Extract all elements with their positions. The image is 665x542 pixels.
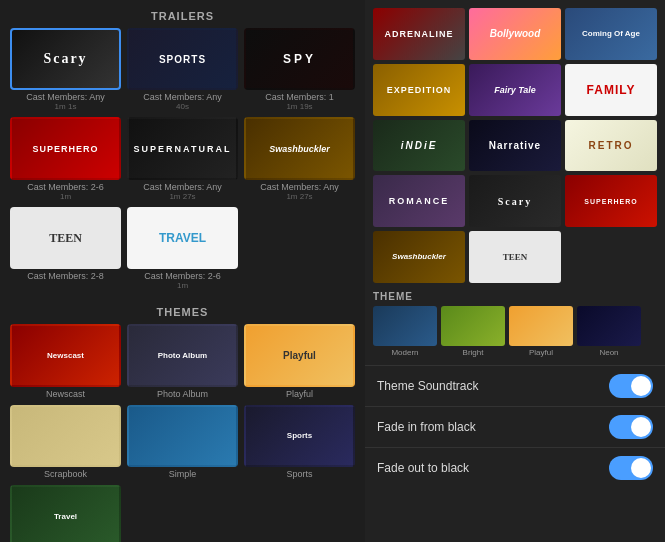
toggle-fadeout-switch[interactable] — [609, 456, 653, 480]
right-trailer-expedition-thumb: EXPEDITION — [373, 64, 465, 116]
trailer-supernatural-label: Cast Members: Any — [143, 182, 222, 192]
right-trailer-swashbuckler-thumb: Swashbuckler — [373, 231, 465, 283]
trailer-superhero-thumb: SUPERHERO — [10, 117, 121, 179]
toggle-fadein-row: Fade in from black — [365, 406, 665, 447]
theme-sports-label: Sports — [286, 469, 312, 479]
theme-newscast[interactable]: Newscast Newscast — [10, 324, 121, 398]
right-trailer-comingofage-thumb: Coming Of Age — [565, 8, 657, 60]
trailer-sports-sublabel: 40s — [176, 102, 189, 111]
trailer-superhero-sublabel: 1m — [60, 192, 71, 201]
theme-neon-thumb — [577, 306, 641, 346]
right-trailer-bollywood[interactable]: Bollywood — [469, 8, 561, 60]
right-trailer-fairytale[interactable]: Fairy Tale — [469, 64, 561, 116]
theme-simple-thumb — [127, 405, 238, 467]
theme-playful-right[interactable]: Playful — [509, 306, 573, 357]
theme-neon-label: Neon — [599, 348, 618, 357]
theme-modern-thumb — [373, 306, 437, 346]
trailer-sports-label: Cast Members: Any — [143, 92, 222, 102]
trailer-swashbuckler-thumb: Swashbuckler — [244, 117, 355, 179]
right-trailer-retro-thumb: RETRO — [565, 120, 657, 172]
theme-playful-label: Playful — [286, 389, 313, 399]
trailer-sports[interactable]: SPORTS Cast Members: Any 40s — [127, 28, 238, 111]
toggle-soundtrack-switch[interactable] — [609, 374, 653, 398]
toggle-fadeout-label: Fade out to black — [377, 461, 469, 475]
right-trailer-empty-thumb — [565, 231, 657, 283]
trailer-spy-sublabel: 1m 19s — [286, 102, 312, 111]
trailers-header: TRAILERS — [0, 0, 365, 28]
right-trailer-superhero[interactable]: SUPERHERO — [565, 175, 657, 227]
toggle-section: Theme Soundtrack Fade in from black Fade… — [365, 361, 665, 542]
theme-modern-label: Modern — [391, 348, 418, 357]
trailer-supernatural[interactable]: SUPERNATURAL Cast Members: Any 1m 27s — [127, 117, 238, 200]
theme-neon[interactable]: Neon — [577, 306, 641, 357]
right-trailer-family-thumb: FAMILY — [565, 64, 657, 116]
theme-travel[interactable]: Travel Travel — [10, 485, 121, 542]
right-trailer-expedition[interactable]: EXPEDITION — [373, 64, 465, 116]
theme-newscast-label: Newscast — [46, 389, 85, 399]
theme-photoalbum-thumb: Photo Album — [127, 324, 238, 386]
theme-scrapbook[interactable]: Scrapbook — [10, 405, 121, 479]
right-trailer-teen-thumb: TEEN — [469, 231, 561, 283]
theme-section-label: THEME — [365, 287, 665, 304]
trailer-travel-label: Cast Members: 2-6 — [144, 271, 221, 281]
trailer-teen-thumb: TEEN — [10, 207, 121, 269]
trailer-spy[interactable]: SPY Cast Members: 1 1m 19s — [244, 28, 355, 111]
theme-playful-right-thumb — [509, 306, 573, 346]
toggle-soundtrack-label: Theme Soundtrack — [377, 379, 478, 393]
trailer-sports-thumb: SPORTS — [127, 28, 238, 90]
right-trailer-retro[interactable]: RETRO — [565, 120, 657, 172]
theme-travel-thumb: Travel — [10, 485, 121, 542]
theme-simple-label: Simple — [169, 469, 197, 479]
right-trailer-superhero-thumb: SUPERHERO — [565, 175, 657, 227]
toggle-soundtrack-row: Theme Soundtrack — [365, 365, 665, 406]
right-trailer-adrenaline-thumb: ADRENALINE — [373, 8, 465, 60]
theme-sports[interactable]: Sports Sports — [244, 405, 355, 479]
right-trailer-family[interactable]: FAMILY — [565, 64, 657, 116]
theme-photoalbum[interactable]: Photo Album Photo Album — [127, 324, 238, 398]
toggle-fadein-label: Fade in from black — [377, 420, 476, 434]
trailer-scary-sublabel: 1m 1s — [55, 102, 77, 111]
right-trailer-scary-thumb: Scary — [469, 175, 561, 227]
right-trailer-bollywood-thumb: Bollywood — [469, 8, 561, 60]
theme-sports-thumb: Sports — [244, 405, 355, 467]
trailers-grid: Scary Cast Members: Any 1m 1s SPORTS Cas… — [0, 28, 365, 296]
theme-playful-thumb: Playful — [244, 324, 355, 386]
trailer-supernatural-sublabel: 1m 27s — [169, 192, 195, 201]
right-trailer-romance-thumb: ROMANCE — [373, 175, 465, 227]
theme-playful[interactable]: Playful Playful — [244, 324, 355, 398]
left-panel: TRAILERS Scary Cast Members: Any 1m 1s S… — [0, 0, 365, 542]
theme-scrapbook-thumb — [10, 405, 121, 467]
trailer-swashbuckler-sublabel: 1m 27s — [286, 192, 312, 201]
right-trailer-indie-thumb: iNDiE — [373, 120, 465, 172]
right-trailer-scary[interactable]: Scary — [469, 175, 561, 227]
right-trailer-adrenaline[interactable]: ADRENALINE — [373, 8, 465, 60]
toggle-fadein-switch[interactable] — [609, 415, 653, 439]
themes-header: THEMES — [0, 296, 365, 324]
theme-modern[interactable]: Modern — [373, 306, 437, 357]
theme-simple[interactable]: Simple — [127, 405, 238, 479]
right-trailer-romance[interactable]: ROMANCE — [373, 175, 465, 227]
right-trailer-comingofage[interactable]: Coming Of Age — [565, 8, 657, 60]
right-trailer-grid: ADRENALINE Bollywood Coming Of Age EXPED… — [365, 0, 665, 287]
trailer-swashbuckler-label: Cast Members: Any — [260, 182, 339, 192]
trailer-scary-label: Cast Members: Any — [26, 92, 105, 102]
trailer-scary[interactable]: Scary Cast Members: Any 1m 1s — [10, 28, 121, 111]
right-trailer-narrative[interactable]: Narrative — [469, 120, 561, 172]
toggle-fadeout-row: Fade out to black — [365, 447, 665, 488]
right-trailer-fairytale-thumb: Fairy Tale — [469, 64, 561, 116]
right-trailer-narrative-thumb: Narrative — [469, 120, 561, 172]
right-trailer-teen[interactable]: TEEN — [469, 231, 561, 283]
right-trailer-indie[interactable]: iNDiE — [373, 120, 465, 172]
themes-grid: Newscast Newscast Photo Album Photo Albu… — [0, 324, 365, 542]
trailer-swashbuckler[interactable]: Swashbuckler Cast Members: Any 1m 27s — [244, 117, 355, 200]
trailer-teen-label: Cast Members: 2-8 — [27, 271, 104, 281]
right-panel: ADRENALINE Bollywood Coming Of Age EXPED… — [365, 0, 665, 542]
theme-scroll-row: Modern Bright Playful Neon — [365, 304, 665, 361]
trailer-travel[interactable]: TRAVEL Cast Members: 2-6 1m — [127, 207, 238, 290]
trailer-teen[interactable]: TEEN Cast Members: 2-8 — [10, 207, 121, 290]
trailer-superhero-label: Cast Members: 2-6 — [27, 182, 104, 192]
theme-bright[interactable]: Bright — [441, 306, 505, 357]
trailer-supernatural-thumb: SUPERNATURAL — [127, 117, 238, 179]
right-trailer-swashbuckler[interactable]: Swashbuckler — [373, 231, 465, 283]
trailer-superhero[interactable]: SUPERHERO Cast Members: 2-6 1m — [10, 117, 121, 200]
